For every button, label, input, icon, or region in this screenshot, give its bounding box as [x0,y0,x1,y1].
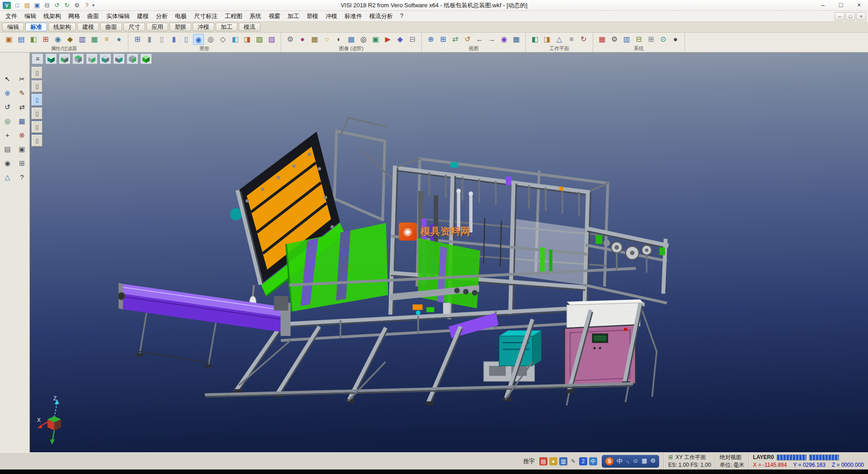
column-c-icon[interactable]: ▮ [169,34,179,45]
menu-flow-analysis[interactable]: 模流分析 [366,12,396,20]
ucs-icon[interactable]: △ [2,172,14,182]
tab-modeling[interactable]: 建模 [77,23,99,31]
tab-flow[interactable]: 模流 [239,23,260,31]
menu-help[interactable]: ? [396,12,407,19]
minimize-button[interactable]: – [814,0,832,10]
rotate-view-icon[interactable]: ↺ [462,34,473,45]
hidden-line-icon[interactable]: ◇ [217,34,228,45]
undo-icon[interactable]: ↺ [52,1,61,9]
child-restore-button[interactable]: □ [845,12,855,20]
wire-render-icon[interactable]: ◎ [205,34,216,45]
tab-standard[interactable]: 标准 [25,23,47,31]
zoom-fit-icon[interactable]: ⊕ [425,34,436,45]
stereo-icon[interactable]: ◆ [395,34,406,45]
group-icon[interactable]: ▥ [77,34,88,45]
reflection-icon[interactable]: ▧ [266,34,277,45]
pen-tray-icon[interactable]: ✎ [569,457,577,465]
move-icon[interactable]: + [2,130,14,140]
shaded-render-icon[interactable]: ◉ [193,34,204,45]
count-tray-icon[interactable]: 2 [579,457,587,465]
net-tray-icon[interactable]: ▥ [559,457,567,465]
menu-standard-parts[interactable]: 标准件 [341,12,366,20]
background-icon[interactable]: ▩ [346,34,357,45]
properties-panel-icon[interactable]: ▣ [16,144,28,154]
ungroup-icon[interactable]: ▦ [89,34,100,45]
snap-settings-icon[interactable]: ⊙ [658,34,669,45]
panel-toggle-6-icon[interactable]: ▯ [32,135,42,147]
zebra-analysis-icon[interactable]: ▨ [254,34,265,45]
menu-edit[interactable]: 编辑 [21,12,40,20]
info-icon[interactable]: ● [113,34,124,45]
menu-mesh[interactable]: 网格 [65,12,84,20]
panel-toggle-2-icon[interactable]: ▯ [32,81,42,92]
child-minimize-button[interactable]: – [835,12,844,20]
ime-emoji-icon[interactable]: ☺ [632,457,638,465]
doc-tray-icon[interactable]: ▤ [539,457,547,465]
view-cube-menu-button[interactable]: ≡ [32,53,43,64]
tab-cam[interactable]: 加工 [216,23,237,31]
offset-icon[interactable]: ◎ [2,116,14,126]
lock-tray-icon[interactable]: ● [549,457,557,465]
menu-electrode[interactable]: 电极 [171,12,190,20]
new-doc-icon[interactable]: □ [13,1,22,9]
menu-analysis[interactable]: 分析 [152,12,171,20]
back-view-button[interactable] [113,53,125,64]
menu-wireframe[interactable]: 线架构 [40,12,65,20]
tab-mold[interactable]: 塑膜 [170,23,191,31]
section-view-icon[interactable]: ◨ [242,34,253,45]
open-folder-icon[interactable]: ▤ [23,1,32,9]
workplane-xy-icon[interactable]: ◧ [529,34,540,45]
selection-filter-icon[interactable]: ≡ [101,34,112,45]
panel-toggle-5-icon[interactable]: ▯ [32,121,42,133]
menu-machining[interactable]: 加工 [284,12,303,20]
workplane-3points-icon[interactable]: △ [554,34,565,45]
print-icon[interactable]: ⊟ [42,1,52,9]
multi-view-icon[interactable]: ▦ [511,34,522,45]
pattern-icon[interactable]: ▦ [16,116,28,126]
ime-lang-icon[interactable]: 中 [617,457,623,465]
panel-toggle-1-icon[interactable]: ▯ [32,67,42,79]
grid-toggle-icon[interactable]: ⊞ [16,158,28,168]
menu-solid-edit[interactable]: 实体编辑 [103,12,133,20]
pan-icon[interactable]: ⇄ [450,34,461,45]
element-filter-icon[interactable]: ◧ [28,34,39,45]
column-d-icon[interactable]: ▯ [181,34,192,45]
tab-surface[interactable]: 曲面 [100,23,122,31]
menu-drafting[interactable]: 工程图 [221,12,246,20]
system-settings-icon[interactable]: ⚙ [609,34,620,45]
advanced-image-icon[interactable]: ⊟ [407,34,418,45]
tab-die[interactable]: 冲模 [193,23,214,31]
camera-icon[interactable]: ◎ [358,34,369,45]
visibility-icon[interactable]: ◉ [52,34,63,45]
tab-wireframe[interactable]: 线架构 [48,23,76,31]
magnify-icon[interactable]: ◉ [2,158,14,168]
menu-dimensioning[interactable]: 尺寸标注 [190,12,221,20]
tab-dimension[interactable]: 尺寸 [123,23,145,31]
panel-toggle-4-icon[interactable]: ▯ [32,108,42,119]
properties-icon[interactable]: ▣ [4,34,14,45]
next-view-icon[interactable]: → [486,34,497,45]
tab-application[interactable]: 应用 [146,23,168,31]
workplane-reset-icon[interactable]: ↻ [578,34,589,45]
ime-keyboard-icon[interactable]: ▦ [642,457,647,465]
quick-access-dropdown-icon[interactable]: ▾ [92,3,94,8]
panel-toggle-3-icon[interactable]: ▯ [32,94,42,106]
viewport-3d[interactable]: ≡ ▯▯▯▯▯▯ Z X [30,52,868,452]
sketch-icon[interactable]: ✎ [16,88,28,98]
sogou-logo-icon[interactable]: S [605,457,613,465]
right-view-button[interactable] [86,53,98,64]
ime-tools-icon[interactable]: ⚙ [651,457,656,465]
layers-icon[interactable]: ▤ [2,144,14,154]
texture-icon[interactable]: ▦ [309,34,320,45]
menu-surface[interactable]: 曲面 [84,12,103,20]
menu-window[interactable]: 视窗 [265,12,284,20]
menu-system[interactable]: 系统 [246,12,265,20]
save-icon[interactable]: ▣ [33,1,42,9]
animation-icon[interactable]: ▶ [382,34,393,45]
menu-modeling[interactable]: 建模 [133,12,152,20]
settings-icon[interactable]: ⚙ [72,1,81,9]
zoom-window-icon[interactable]: ⊞ [438,34,448,45]
rotate-icon[interactable]: ↺ [2,102,14,112]
ime-punct-icon[interactable]: ·, [626,457,629,465]
wireframe-display-icon[interactable]: ⊞ [132,34,143,45]
